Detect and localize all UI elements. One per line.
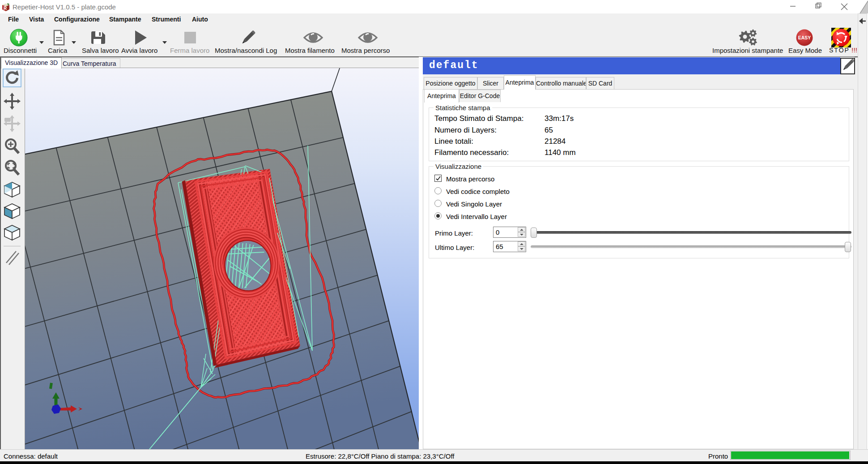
svg-text:EASY: EASY [798,35,811,40]
svg-text:R: R [4,6,7,11]
